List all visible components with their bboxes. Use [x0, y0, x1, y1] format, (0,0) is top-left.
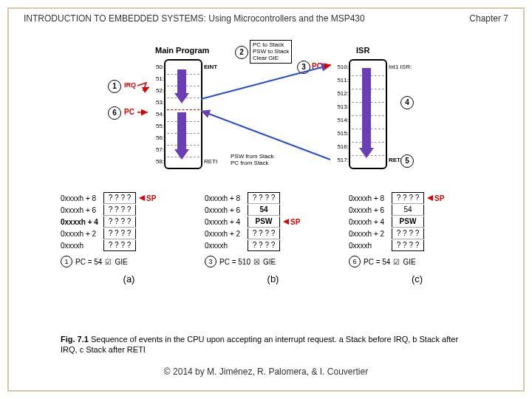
stack-tables: 0xxxxh + 8? ? ? ?SP 0xxxxh + 6? ? ? ? 0x…	[61, 192, 489, 303]
main-addr: 56:	[149, 134, 164, 141]
sp-pointer: SP	[427, 194, 444, 202]
state-b: 3 PC = 510 ☒ GIE	[205, 256, 341, 267]
callout-3: 3	[297, 61, 310, 74]
isr-addr: 517:	[334, 157, 349, 163]
callout-2: 2	[235, 46, 248, 59]
sublabel-b: (b)	[205, 273, 341, 284]
stack-a: 0xxxxh + 8? ? ? ?SP 0xxxxh + 6? ? ? ? 0x…	[61, 192, 197, 284]
copyright-footer: © 2014 by M. Jiménez, R. Palomera, & I. …	[9, 366, 523, 377]
sublabel-c: (c)	[349, 273, 485, 284]
main-addr: 54:	[149, 111, 164, 117]
irq-label: IRQ	[124, 81, 136, 89]
figure-number: Fig. 7.1	[61, 335, 89, 344]
main-addr: 52:	[149, 87, 164, 94]
sublabel-a: (a)	[61, 273, 197, 284]
stack-c: 0xxxxh + 8? ? ? ?SP 0xxxxh + 654 0xxxxh …	[349, 192, 485, 284]
main-program-box: 50: EINT 51: 52: 53: 54: 55: 56: 57: 58:…	[164, 59, 202, 169]
note-psw-from-stack: PSW from Stack PC from Stack	[231, 154, 274, 167]
sp-pointer: SP	[139, 194, 156, 202]
pc-6-label: PC	[124, 108, 134, 116]
main-addr: 50:	[149, 64, 164, 70]
isr-title: ISR	[356, 46, 369, 55]
isr-addr: 516:	[334, 143, 349, 150]
checkbox-icon: ☑	[393, 258, 400, 266]
checkbox-icon: ☒	[253, 258, 260, 266]
callout-6: 6	[108, 106, 121, 120]
sp-pointer: SP	[283, 218, 300, 226]
isr-addr: 512:	[334, 90, 349, 97]
checkbox-icon: ☑	[105, 258, 112, 266]
isr-addr: 513:	[334, 103, 349, 110]
chapter-label: Chapter 7	[469, 13, 508, 24]
state-a: 1 PC = 54 ☑ GIE	[61, 256, 197, 267]
isr-box: 510: Int1 ISR: 511: 512: 513: 514: 515: …	[349, 59, 387, 169]
callout-4: 4	[400, 96, 414, 109]
callout-5: 5	[400, 154, 414, 168]
main-addr: 58:	[149, 158, 164, 165]
main-addr: 57:	[149, 146, 164, 153]
caption-text: Sequence of events in the CPU upon accep…	[61, 335, 458, 354]
main-addr: 53:	[149, 99, 164, 106]
isr-addr: 510:	[334, 64, 349, 70]
stack-b: 0xxxxh + 8? ? ? ? 0xxxxh + 654 0xxxxh + …	[205, 192, 341, 284]
isr-addr: 514:	[334, 117, 349, 123]
book-title: INTRODUCTION TO EMBEDDED SYSTEMS: Using …	[24, 13, 365, 24]
main-addr: 51:	[149, 75, 164, 82]
figure-caption: Fig. 7.1 Sequence of events in the CPU u…	[61, 334, 471, 355]
isr-addr: 515:	[334, 130, 349, 137]
svg-line-6	[324, 65, 331, 66]
main-instr-reti: RETI	[204, 158, 217, 165]
state-c: 6 PC = 54 ☑ GIE	[349, 256, 485, 267]
isr-addr: 511:	[334, 77, 349, 83]
isr-instr: Int1 ISR:	[389, 64, 412, 70]
pc-3-label: PC	[312, 62, 322, 70]
page-header: INTRODUCTION TO EMBEDDED SYSTEMS: Using …	[24, 13, 508, 24]
page-frame: INTRODUCTION TO EMBEDDED SYSTEMS: Using …	[7, 7, 525, 392]
interrupt-diagram: Main Program ISR 50: EINT 51: 52: 53: 54…	[75, 38, 474, 183]
main-program-title: Main Program	[155, 46, 209, 55]
main-addr: 55:	[149, 123, 164, 129]
svg-line-4	[201, 65, 330, 99]
note-pc-to-stack: PC to Stack PSW to Stack Clear GIE	[250, 40, 292, 64]
callout-1: 1	[108, 80, 121, 93]
main-instr: EINT	[204, 64, 217, 70]
